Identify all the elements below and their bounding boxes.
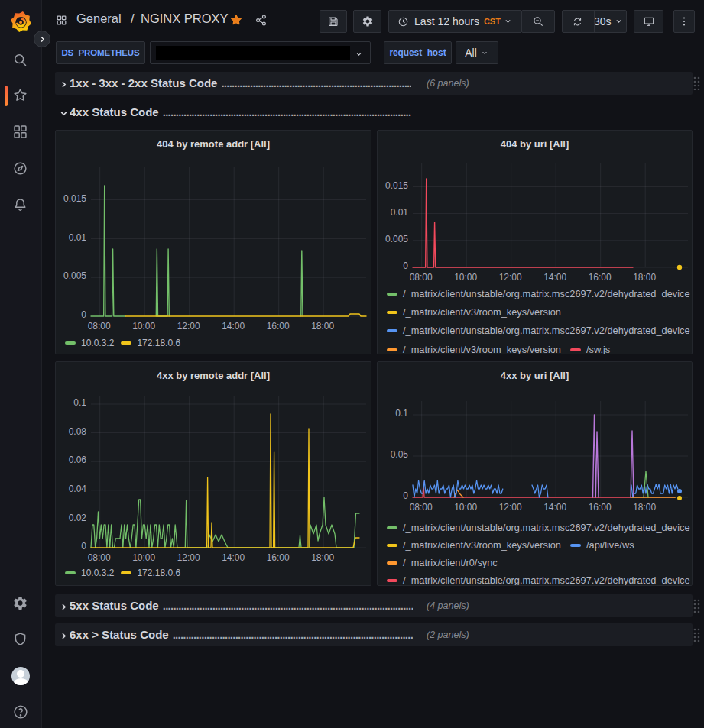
svg-text:16:00: 16:00 [589, 502, 612, 513]
svg-text:0.1: 0.1 [73, 397, 86, 408]
svg-text:0.01: 0.01 [391, 207, 409, 218]
svg-text:0.1: 0.1 [395, 408, 408, 419]
svg-text:08:00: 08:00 [88, 552, 111, 563]
svg-text:16:00: 16:00 [267, 321, 290, 332]
svg-text:0.015: 0.015 [63, 193, 86, 204]
svg-text:08:00: 08:00 [410, 502, 433, 513]
svg-text:0: 0 [403, 490, 408, 501]
svg-text:14:00: 14:00 [543, 272, 566, 283]
svg-text:16:00: 16:00 [267, 552, 290, 563]
svg-text:18:00: 18:00 [633, 502, 656, 513]
svg-text:0.04: 0.04 [69, 484, 87, 494]
svg-text:12:00: 12:00 [177, 552, 200, 563]
svg-text:14:00: 14:00 [222, 552, 245, 563]
svg-text:14:00: 14:00 [543, 502, 566, 513]
svg-text:08:00: 08:00 [88, 321, 111, 332]
svg-text:10:00: 10:00 [132, 552, 155, 563]
svg-text:0.015: 0.015 [385, 180, 408, 191]
svg-text:0.01: 0.01 [69, 232, 87, 243]
svg-text:10:00: 10:00 [454, 502, 477, 513]
svg-text:0: 0 [403, 260, 408, 271]
svg-text:12:00: 12:00 [499, 502, 522, 513]
svg-text:0: 0 [81, 541, 86, 552]
svg-text:0.08: 0.08 [69, 426, 87, 437]
svg-text:14:00: 14:00 [222, 321, 245, 332]
svg-text:10:00: 10:00 [454, 272, 477, 283]
svg-text:18:00: 18:00 [633, 272, 656, 283]
svg-text:0.005: 0.005 [63, 270, 86, 281]
svg-text:18:00: 18:00 [311, 552, 334, 563]
svg-text:0.005: 0.005 [385, 234, 408, 244]
svg-text:16:00: 16:00 [589, 272, 612, 283]
svg-text:0: 0 [81, 309, 86, 320]
svg-text:0.05: 0.05 [391, 449, 409, 460]
svg-text:12:00: 12:00 [177, 321, 200, 332]
svg-text:08:00: 08:00 [410, 272, 433, 283]
svg-text:10:00: 10:00 [132, 321, 155, 332]
svg-text:18:00: 18:00 [311, 321, 334, 332]
svg-text:0.02: 0.02 [69, 513, 87, 523]
svg-text:0.06: 0.06 [69, 455, 87, 465]
svg-text:12:00: 12:00 [499, 272, 522, 283]
